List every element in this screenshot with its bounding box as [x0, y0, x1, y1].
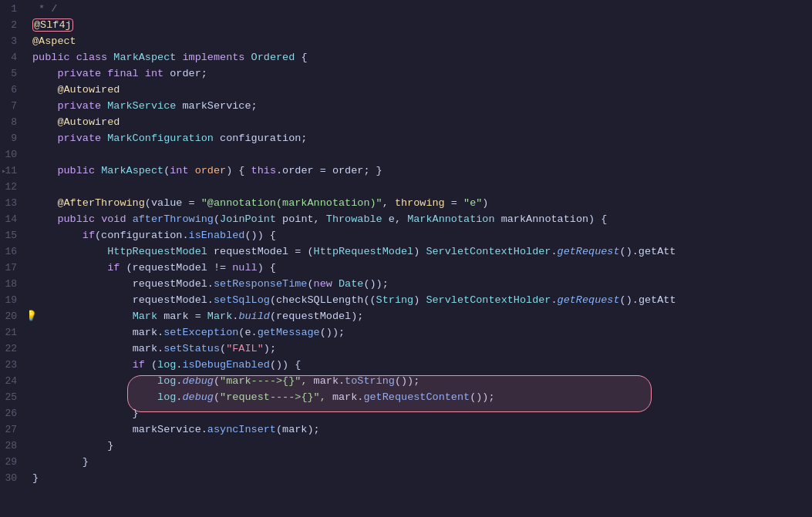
line-number-15: 15	[0, 228, 23, 244]
code-line-27: markService.asyncInsert(mark);	[29, 422, 812, 438]
code-editor: 12345678910▸1112131415161718192021222324…	[0, 0, 812, 517]
line-content-8: @Autowired	[32, 115, 120, 131]
line-content-14: public void afterThrowing(JoinPoint poin…	[32, 212, 607, 228]
slf4j-annotation: @Slf4j	[32, 18, 73, 32]
line-content-29: }	[32, 455, 89, 471]
code-line-12	[29, 180, 812, 196]
line-content-4: public class MarkAspect implements Order…	[32, 50, 308, 66]
code-line-10	[29, 147, 812, 163]
line-content-15: if(configuration.isEnabled()) {	[32, 228, 276, 244]
line-content-23: if (log.isDebugEnabled()) {	[32, 358, 301, 374]
code-line-6: @Autowired	[29, 82, 812, 99]
line-number-1: 1	[0, 2, 23, 18]
line-number-19: 19	[0, 293, 23, 309]
line-number-21: 21	[0, 325, 23, 341]
line-content-19: requestModel.setSqlLog(checkSQLLength((S…	[32, 293, 676, 309]
code-line-13: @AfterThrowing(value = "@annotation(mark…	[29, 196, 812, 212]
line-number-30: 30	[0, 471, 23, 487]
line-content-25: log.debug("request---->{}", mark.getRequ…	[32, 390, 495, 406]
line-content-30: }	[32, 471, 39, 487]
line-number-13: 13	[0, 196, 23, 212]
line-content-2: @Slf4j	[32, 18, 73, 34]
fold-icon[interactable]: ▸	[2, 166, 6, 178]
line-content-20: Mark mark = Mark.build(requestModel);	[32, 309, 363, 325]
line-number-12: 12	[0, 180, 23, 196]
line-content-5: private final int order;	[32, 66, 207, 82]
line-number-10: 10	[0, 147, 23, 163]
line-number-8: 8	[0, 115, 23, 131]
code-line-8: @Autowired	[29, 115, 812, 131]
line-number-9: 9	[0, 131, 23, 147]
line-number-28: 28	[0, 438, 23, 455]
code-line-22: mark.setStatus("FAIL");	[29, 341, 812, 358]
code-line-24: log.debug("mark---->{}", mark.toString()…	[29, 374, 812, 390]
line-number-5: 5	[0, 66, 23, 82]
code-line-4: public class MarkAspect implements Order…	[29, 50, 812, 66]
line-numbers: 12345678910▸1112131415161718192021222324…	[0, 0, 29, 517]
code-line-11: public MarkAspect(int order) { this.orde…	[29, 163, 812, 180]
line-number-3: 3	[0, 34, 23, 50]
line-content-9: private MarkConfiguration configuration;	[32, 131, 307, 147]
line-content-24: log.debug("mark---->{}", mark.toString()…	[32, 374, 419, 390]
code-line-15: if(configuration.isEnabled()) {	[29, 228, 812, 244]
code-line-17: if (requestModel != null) {	[29, 260, 812, 277]
code-line-7: private MarkService markService;	[29, 99, 812, 115]
line-number-27: 27	[0, 422, 23, 438]
line-number-2: 2	[0, 18, 23, 34]
code-line-16: HttpRequestModel requestModel = (HttpReq…	[29, 244, 812, 260]
line-number-24: 24	[0, 374, 23, 390]
line-number-29: 29	[0, 455, 23, 471]
line-content-26: }	[32, 406, 139, 422]
code-line-21: mark.setException(e.getMessage());	[29, 325, 812, 341]
code-line-29: }	[29, 455, 812, 471]
line-number-22: 22	[0, 341, 23, 358]
line-number-26: 26	[0, 406, 23, 422]
code-line-9: private MarkConfiguration configuration;	[29, 131, 812, 147]
code-line-23: if (log.isDebugEnabled()) {	[29, 358, 812, 374]
line-content-13: @AfterThrowing(value = "@annotation(mark…	[32, 196, 488, 212]
line-content-22: mark.setStatus("FAIL");	[32, 341, 276, 358]
code-line-3: @Aspect	[29, 34, 812, 50]
line-number-25: 25	[0, 390, 23, 406]
code-line-1: * /	[29, 2, 812, 18]
code-line-25: log.debug("request---->{}", mark.getRequ…	[29, 390, 812, 406]
line-number-7: 7	[0, 99, 23, 115]
code-line-14: public void afterThrowing(JoinPoint poin…	[29, 212, 812, 228]
code-line-26: }	[29, 406, 812, 422]
line-content-27: markService.asyncInsert(mark);	[32, 422, 320, 438]
line-content-21: mark.setException(e.getMessage());	[32, 325, 345, 341]
code-line-30: }	[29, 471, 812, 487]
line-content-17: if (requestModel != null) {	[32, 260, 276, 277]
line-number-4: 4	[0, 50, 23, 66]
line-content-3: @Aspect	[32, 34, 76, 50]
code-content[interactable]: * /@Slf4j@Aspectpublic class MarkAspect …	[29, 0, 812, 517]
code-line-5: private final int order;	[29, 66, 812, 82]
code-line-2: @Slf4j	[29, 18, 812, 34]
line-number-6: 6	[0, 82, 23, 99]
line-number-14: 14	[0, 212, 23, 228]
line-number-11: ▸11	[0, 163, 23, 180]
line-number-23: 23	[0, 358, 23, 374]
line-number-16: 16	[0, 244, 23, 260]
line-content-7: private MarkService markService;	[32, 99, 258, 115]
line-number-18: 18	[0, 277, 23, 293]
bulb-icon[interactable]: 💡	[29, 309, 37, 324]
line-number-20: 20	[0, 309, 23, 325]
line-number-17: 17	[0, 260, 23, 277]
line-content-18: requestModel.setResponseTime(new Date())…	[32, 277, 389, 293]
line-content-1: * /	[32, 2, 57, 18]
line-content-16: HttpRequestModel requestModel = (HttpReq…	[32, 244, 676, 260]
line-content-11: public MarkAspect(int order) { this.orde…	[32, 163, 382, 180]
code-line-28: }	[29, 438, 812, 455]
line-content-6: @Autowired	[32, 82, 120, 99]
code-line-19: requestModel.setSqlLog(checkSQLLength((S…	[29, 293, 812, 309]
code-line-20: 💡 Mark mark = Mark.build(requestModel);	[29, 309, 812, 325]
line-content-28: }	[32, 438, 113, 455]
code-line-18: requestModel.setResponseTime(new Date())…	[29, 277, 812, 293]
